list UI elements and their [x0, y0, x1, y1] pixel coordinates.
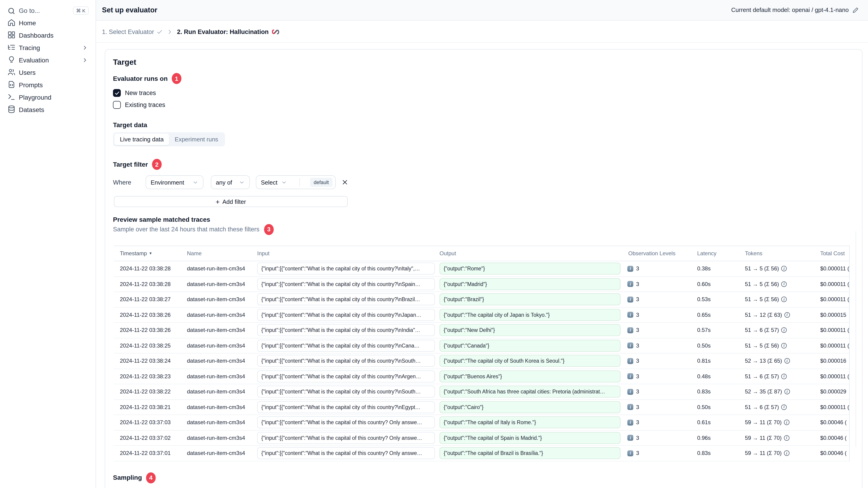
- sidebar-item-playground[interactable]: Playground: [0, 91, 96, 103]
- column-header-tokens[interactable]: Tokens: [745, 250, 820, 257]
- trace-input-cell[interactable]: {"input":[{"content":"What is the capita…: [257, 417, 435, 428]
- sidebar-item-datasets[interactable]: Datasets: [0, 103, 96, 116]
- observation-count: 3: [636, 266, 639, 272]
- sidebar-item-prompts[interactable]: Prompts: [0, 78, 96, 91]
- trace-input-cell[interactable]: {"input":[{"content":"What is the capita…: [257, 324, 435, 336]
- info-circle-icon: i: [781, 297, 787, 302]
- table-row[interactable]: 2024-11-22 03:38:22 dataset-run-item-cm3…: [114, 384, 849, 400]
- checkbox-row-new-traces[interactable]: New traces: [113, 89, 862, 97]
- trace-output-cell[interactable]: {"output":"Cairo"}: [439, 401, 620, 413]
- trace-timestamp: 2024-11-22 03:37:01: [114, 450, 187, 457]
- trace-input-cell[interactable]: {"input":[{"content":"What is the capita…: [257, 386, 435, 398]
- observation-count: 3: [636, 450, 639, 457]
- observation-count: 3: [636, 327, 639, 333]
- trace-output-cell[interactable]: {"output":"The capital of Italy is Rome.…: [439, 417, 620, 428]
- trace-output-cell[interactable]: {"output":"The capital city of South Kor…: [439, 355, 620, 367]
- table-row[interactable]: 2024-11-22 03:38:25 dataset-run-item-cm3…: [114, 338, 849, 354]
- trace-output-cell[interactable]: {"output":"Brazil"}: [439, 294, 620, 305]
- breadcrumb-step1[interactable]: 1. Select Evaluator: [102, 28, 163, 35]
- sidebar-item-home[interactable]: Home: [0, 17, 96, 29]
- edit-model-pencil-icon[interactable]: [852, 7, 859, 13]
- column-header-timestamp[interactable]: Timestamp▼: [114, 250, 187, 257]
- trace-latency: 0.96s: [694, 435, 745, 441]
- table-row[interactable]: 2024-11-22 03:38:27 dataset-run-item-cm3…: [114, 292, 849, 307]
- table-row[interactable]: 2024-11-22 03:38:26 dataset-run-item-cm3…: [114, 307, 849, 323]
- step-badge-1: 1: [172, 73, 181, 84]
- filter-column-select[interactable]: Environment: [146, 175, 204, 189]
- trace-cost: $0.000016: [820, 358, 849, 364]
- trace-input-cell[interactable]: {"input":[{"content":"What is the capita…: [257, 432, 435, 444]
- trace-cost: $0.000015: [820, 312, 849, 318]
- remove-filter-button[interactable]: [341, 178, 348, 186]
- divider: [299, 178, 300, 186]
- checkbox-existing-traces[interactable]: [113, 101, 121, 109]
- trace-latency: 0.83s: [694, 450, 745, 457]
- checkbox-new-traces[interactable]: [113, 89, 121, 97]
- trace-output-cell[interactable]: {"output":"Madrid"}: [439, 278, 620, 290]
- tab-live-tracing-data[interactable]: Live tracing data: [114, 134, 169, 145]
- trace-input-cell[interactable]: {"input":[{"content":"What is the capita…: [257, 401, 435, 413]
- filter-operator-select[interactable]: any of: [211, 175, 250, 189]
- trace-latency: 0.60s: [694, 281, 745, 287]
- info-circle-icon: i: [784, 358, 790, 364]
- users-icon: [7, 68, 16, 76]
- column-header-latency[interactable]: Latency: [694, 250, 745, 257]
- column-header-name[interactable]: Name: [187, 250, 255, 257]
- tab-experiment-runs[interactable]: Experiment runs: [169, 134, 224, 145]
- trace-input-cell[interactable]: {"input":[{"content":"What is the capita…: [257, 355, 435, 367]
- sidebar-item-evaluation[interactable]: Evaluation: [0, 54, 96, 66]
- info-badge-icon: i: [627, 343, 633, 349]
- trace-output-cell[interactable]: {"output":"Buenos Aires"}: [439, 370, 620, 382]
- add-filter-button[interactable]: + Add filter: [114, 196, 348, 207]
- goto-search-button[interactable]: Go to... ⌘ K: [0, 5, 96, 17]
- table-row[interactable]: 2024-11-22 03:38:24 dataset-run-item-cm3…: [114, 354, 849, 369]
- table-row[interactable]: 2024-11-22 03:38:28 dataset-run-item-cm3…: [114, 276, 849, 292]
- trace-output-cell[interactable]: {"output":"The capital city of Japan is …: [439, 309, 620, 321]
- checkbox-label: Existing traces: [125, 101, 165, 108]
- table-row[interactable]: 2024-11-22 03:38:26 dataset-run-item-cm3…: [114, 323, 849, 338]
- table-row[interactable]: 2024-11-22 03:38:28 dataset-run-item-cm3…: [114, 261, 849, 276]
- trace-tokens: 51 → 6 (Σ 57): [745, 404, 779, 411]
- trace-output-cell[interactable]: {"output":"South Africa has three capita…: [439, 386, 620, 398]
- sidebar-item-tracing[interactable]: Tracing: [0, 41, 96, 54]
- app-window: Go to... ⌘ K Home Dashboards Tracing Eva…: [0, 0, 868, 488]
- trace-input-cell[interactable]: {"input":[{"content":"What is the capita…: [257, 294, 435, 305]
- column-header-total-cost[interactable]: Total Cost: [820, 250, 849, 257]
- trace-input-cell[interactable]: {"input":[{"content":"What is the capita…: [257, 309, 435, 321]
- trace-output-cell[interactable]: {"output":"New Delhi"}: [439, 324, 620, 336]
- sidebar-item-dashboards[interactable]: Dashboards: [0, 29, 96, 41]
- table-row[interactable]: 2024-11-22 03:37:02 dataset-run-item-cm3…: [114, 430, 849, 446]
- column-header-observation-levels[interactable]: Observation Levels: [623, 250, 694, 257]
- trace-latency: 0.50s: [694, 404, 745, 411]
- trace-output-cell[interactable]: {"output":"The capital of Spain is Madri…: [439, 432, 620, 444]
- step-badge-4: 4: [146, 472, 156, 483]
- trace-input-cell[interactable]: {"input":[{"content":"What is the capita…: [257, 340, 435, 352]
- trace-output-cell[interactable]: {"output":"The capital of Brazil is Bras…: [439, 447, 620, 459]
- sampling-label: Sampling 4: [113, 472, 862, 483]
- table-row[interactable]: 2024-11-22 03:38:23 dataset-run-item-cm3…: [114, 369, 849, 384]
- column-header-input[interactable]: Input: [255, 250, 439, 257]
- trace-output-cell[interactable]: {"output":"Rome"}: [439, 263, 620, 275]
- sidebar-item-users[interactable]: Users: [0, 66, 96, 78]
- table-scrollbar[interactable]: [856, 231, 856, 447]
- trace-output-cell[interactable]: {"output":"Canada"}: [439, 340, 620, 352]
- datasets-icon: [7, 105, 16, 113]
- table-row[interactable]: 2024-11-22 03:37:01 dataset-run-item-cm3…: [114, 446, 849, 461]
- trace-input-cell[interactable]: {"input":[{"content":"What is the capita…: [257, 370, 435, 382]
- page-title: Set up evaluator: [102, 6, 157, 14]
- trace-input-cell[interactable]: {"input":[{"content":"What is the capita…: [257, 447, 435, 459]
- chevron-right-icon: [82, 57, 88, 63]
- column-header-output[interactable]: Output: [439, 250, 623, 257]
- default-model-label: Current default model: openai / gpt-4.1-…: [731, 6, 849, 13]
- table-row[interactable]: 2024-11-22 03:38:21 dataset-run-item-cm3…: [114, 400, 849, 415]
- trace-timestamp: 2024-11-22 03:38:28: [114, 281, 187, 287]
- breadcrumb: 1. Select Evaluator 2. Run Evaluator: Ha…: [96, 21, 868, 43]
- observation-count: 3: [636, 296, 639, 303]
- prompts-icon: [7, 80, 16, 89]
- trace-latency: 0.83s: [694, 389, 745, 395]
- trace-input-cell[interactable]: {"input":[{"content":"What is the capita…: [257, 278, 435, 290]
- table-row[interactable]: 2024-11-22 03:37:03 dataset-run-item-cm3…: [114, 415, 849, 430]
- trace-input-cell[interactable]: {"input":[{"content":"What is the capita…: [257, 263, 435, 275]
- checkbox-row-existing-traces[interactable]: Existing traces: [113, 101, 862, 109]
- filter-value-select[interactable]: Select default: [256, 175, 336, 189]
